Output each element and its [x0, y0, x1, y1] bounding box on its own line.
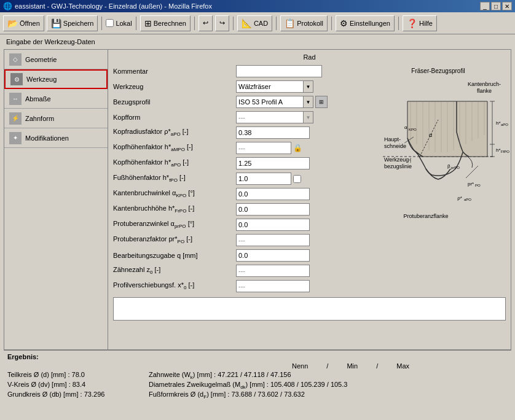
- lock-icon: 🔒: [293, 144, 302, 152]
- result-r1-c2: Zahnweite (Wk) [mm] : 47.221 / 47.118 / …: [149, 371, 508, 380]
- bottom-bar: Ergebnis: Nenn / Min / Max Teilkreis Ø (…: [4, 350, 511, 403]
- ergebnis-label: Ergebnis:: [7, 353, 508, 360]
- separator-5: [276, 17, 277, 30]
- result-r3-c1-label: Grundkreis Ø (db) [mm]: [7, 391, 79, 398]
- nav-item-zahnform[interactable]: ⚡ Zahnform: [4, 109, 108, 128]
- undo-button[interactable]: ↩: [199, 15, 213, 31]
- protuberanfaktor-input[interactable]: [236, 234, 310, 246]
- protokoll-icon: 📋: [285, 18, 295, 28]
- svg-text:flanke: flanke: [477, 88, 492, 94]
- kommentar-label: Kommentar: [113, 68, 236, 75]
- kantenbruchhoehe-input[interactable]: [236, 203, 310, 216]
- fusshoehenfaktor-checkbox[interactable]: [293, 175, 301, 183]
- speichern-button[interactable]: 💾 Speichern: [47, 15, 98, 31]
- result-r3-c1: Grundkreis Ø (db) [mm] : 73.296: [7, 391, 149, 400]
- minimize-button[interactable]: _: [480, 2, 490, 10]
- protuberanzwinkel-label: Protuberanzwinkel αprPO [°]: [113, 220, 236, 229]
- maximize-button[interactable]: □: [491, 2, 501, 10]
- lokal-checkbox[interactable]: [106, 19, 114, 27]
- calc-icon: ⊞: [144, 18, 152, 28]
- werkzeug-arrow[interactable]: ▼: [304, 80, 313, 93]
- kopfradiusfaktor-input[interactable]: [236, 126, 310, 139]
- result-r2-c2-label: Diametrales Zweikugelmaß (Mdk) [mm]: [149, 381, 265, 388]
- result-r1-c2-min: 47.118: [244, 371, 265, 378]
- main-area: Eingabe der Werkzeug-Daten ◇ Geometrie ⚙…: [0, 34, 515, 406]
- notes-textarea[interactable]: [113, 297, 506, 321]
- result-r2-c1: V-Kreis Ø (dv) [mm] : 83.4: [7, 381, 149, 390]
- svg-text:PO: PO: [475, 184, 481, 187]
- svg-text:aPO: aPO: [501, 123, 508, 126]
- kopfhoehenfaktor-ampo-input[interactable]: [236, 142, 291, 154]
- einstellungen-button[interactable]: ⚙ Einstellungen: [336, 15, 395, 31]
- svg-text:prPO: prPO: [451, 166, 460, 169]
- left-nav: ◇ Geometrie ⚙ Werkzeug ↔ Abmaße ⚡ Zahnfo…: [4, 49, 108, 350]
- result-row-3: Grundkreis Ø (db) [mm] : 73.296 Fußformk…: [7, 391, 508, 400]
- tooth-icon: ⚡: [9, 112, 22, 125]
- fusshoehenfaktor-input[interactable]: [236, 173, 291, 185]
- profilverschiebung-label: Profilverschiebungsf. x*0 [-]: [113, 281, 236, 290]
- close-button[interactable]: ✕: [502, 2, 512, 10]
- berechnen-button[interactable]: ⊞ Berechnen: [140, 15, 191, 31]
- result-r1-c2-max: 47.156: [270, 371, 291, 378]
- folder-open-icon: 📂: [7, 18, 18, 28]
- kantenbruchwinkel-row: Kantenbruchwinkel αKPO [°]: [113, 187, 366, 201]
- werkzeug-combo: ▼: [236, 80, 313, 93]
- profilverschiebung-row: Profilverschiebungsf. x*0 [-]: [113, 279, 366, 293]
- kopfhoehenfaktor-apo-label: Kopfhöhenfaktor h*aPO [-]: [113, 158, 236, 168]
- svg-text:aPO: aPO: [464, 198, 471, 201]
- kopfhoehenfaktor-apo-input[interactable]: [236, 157, 310, 169]
- svg-text:α: α: [404, 125, 407, 130]
- cad-button[interactable]: 📐 CAD: [237, 15, 272, 31]
- titlebar-text: eassistant - GWJ-Technology - Einzelrad …: [15, 2, 212, 10]
- svg-text:Werkzeug-: Werkzeug-: [384, 157, 411, 163]
- werkzeug-label: Werkzeug: [113, 83, 236, 90]
- bezugsprofil-label: Bezugsprofil: [113, 98, 236, 106]
- result-r1-c1-value: 78.0: [72, 371, 85, 378]
- result-r3-c2-min: 73.602: [258, 391, 278, 398]
- fräser-bezugsprofil-diagram: Fräser-Bezugsprofil Kantenbruch- flanke: [371, 64, 506, 236]
- panel-title: Rad: [113, 53, 506, 61]
- nav-label-zahnform: Zahnform: [25, 115, 54, 122]
- results-col-headers: Nenn / Min / Max: [149, 362, 508, 370]
- cad-icon: 📐: [242, 18, 252, 28]
- bezugsprofil-input[interactable]: [236, 96, 304, 108]
- result-r1-c1: Teilkreis Ø (d) [mm] : 78.0: [7, 371, 149, 380]
- fusshoehenfaktor-label: Fußhöhenfaktor h*fPO [-]: [113, 174, 236, 183]
- separator-1: [101, 17, 102, 30]
- kantenbruchwinkel-input[interactable]: [236, 188, 310, 200]
- offnen-button[interactable]: 📂 Öffnen: [3, 15, 44, 31]
- zahnezahl-row: Zähnezahl z0 [-]: [113, 264, 366, 278]
- kopfform-input[interactable]: [236, 111, 304, 123]
- bearbeitungszugabe-input[interactable]: [236, 249, 310, 262]
- kantenbruchhoehe-label: Kantenbruchhöhe h*FrPO [-]: [113, 204, 236, 214]
- nav-item-geometrie[interactable]: ◇ Geometrie: [4, 50, 108, 69]
- svg-text:ρ*: ρ*: [457, 195, 462, 201]
- svg-text:pr*: pr*: [468, 181, 474, 187]
- protokoll-button[interactable]: 📋 Protokoll: [280, 15, 328, 31]
- kopfhoehenfaktor-apo-row: Kopfhöhenfaktor h*aPO [-]: [113, 157, 366, 170]
- profilverschiebung-input[interactable]: [236, 280, 310, 292]
- kopfradiusfaktor-row: Kopfradiusfaktor ρ*aPO [-]: [113, 126, 366, 139]
- result-row-2: V-Kreis Ø (dv) [mm] : 83.4 Diametrales Z…: [7, 381, 508, 390]
- diagram-container: Fräser-Bezugsprofil Kantenbruch- flanke: [371, 64, 506, 295]
- werkzeug-input[interactable]: [236, 80, 304, 93]
- kommentar-row: Kommentar: [113, 64, 366, 78]
- nav-item-abmasse[interactable]: ↔ Abmaße: [4, 89, 108, 109]
- werkzeug-row: Werkzeug ▼: [113, 80, 366, 93]
- nav-item-werkzeug[interactable]: ⚙ Werkzeug: [4, 69, 108, 89]
- hilfe-button[interactable]: ❓ Hilfe: [403, 15, 437, 31]
- result-r2-c2-min: 105.239: [301, 381, 325, 388]
- zahnezahl-input[interactable]: [236, 265, 310, 277]
- redo-button[interactable]: ↪: [215, 15, 229, 31]
- result-r2-c2-nenn: 105.408: [270, 381, 295, 388]
- bezugsprofil-detail-button[interactable]: ⊞: [315, 96, 328, 108]
- bezugsprofil-arrow[interactable]: ▼: [304, 96, 313, 108]
- protuberanzwinkel-input[interactable]: [236, 219, 310, 231]
- nav-item-modifikationen[interactable]: ✦ Modifikationen: [4, 128, 108, 148]
- toolbar: 📂 Öffnen 💾 Speichern Lokal ⊞ Berechnen ↩…: [0, 12, 515, 34]
- header-max: Max: [396, 362, 409, 370]
- fusshoehenfaktor-row: Fußhöhenfaktor h*fPO [-]: [113, 172, 366, 185]
- kopfform-arrow[interactable]: ▼: [304, 111, 313, 123]
- result-r3-c1-value: 73.296: [84, 391, 105, 398]
- kommentar-input[interactable]: [236, 65, 322, 77]
